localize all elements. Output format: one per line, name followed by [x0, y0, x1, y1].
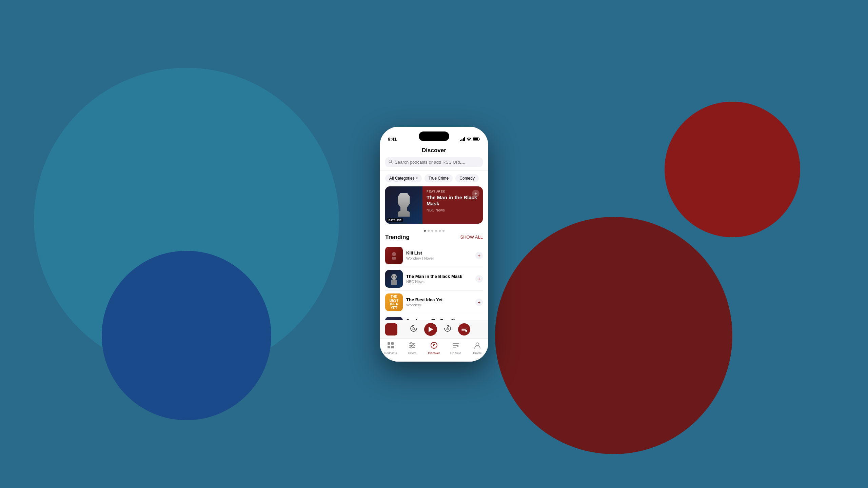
svg-rect-21	[388, 342, 390, 345]
show-all-button[interactable]: SHOW ALL	[460, 235, 483, 240]
podcast-thumbnail	[385, 270, 403, 288]
queue-button[interactable]	[458, 323, 470, 336]
svg-text:30: 30	[446, 328, 449, 330]
podcast-add-button[interactable]: +	[475, 275, 483, 283]
svg-rect-34	[453, 345, 457, 346]
back15-button[interactable]: 15	[410, 325, 417, 334]
candyman-thumb	[385, 317, 403, 320]
upnext-icon	[452, 342, 459, 351]
svg-point-30	[411, 346, 412, 348]
chip-all-categories[interactable]: All Categories ▾	[385, 174, 422, 182]
featured-card[interactable]: DATELINE FEATURED The Man in the Black M…	[385, 186, 483, 224]
podcast-add-button[interactable]: +	[475, 299, 483, 306]
featured-title: The Man in the Black Mask	[427, 195, 479, 207]
dot-6	[442, 230, 445, 232]
signal-bars	[460, 137, 465, 141]
tab-discover[interactable]: Discover	[423, 342, 445, 355]
svg-point-20	[465, 330, 467, 332]
tab-label: Filters	[408, 351, 417, 355]
list-item[interactable]: Kill List Wondery | Novel +	[385, 244, 483, 267]
best-idea-thumb: THE BEST IDEA YET	[385, 293, 403, 311]
main-scroll[interactable]: DATELINE FEATURED The Man in the Black M…	[380, 182, 488, 320]
svg-point-5	[392, 252, 396, 256]
svg-point-28	[411, 342, 412, 344]
mini-player-controls: 15 30	[397, 323, 483, 336]
tab-label: Up Next	[450, 351, 461, 355]
app-header: Discover	[380, 144, 488, 171]
svg-line-4	[391, 162, 392, 163]
featured-source: NBC News	[427, 208, 479, 212]
svg-rect-1	[473, 138, 478, 140]
status-icons	[460, 137, 480, 142]
mini-player-artwork	[385, 323, 397, 336]
svg-text:15: 15	[412, 328, 415, 330]
artwork-badge: DATELINE	[387, 218, 403, 222]
tab-label: Podcasts	[384, 351, 397, 355]
signal-bar-4	[464, 137, 465, 141]
svg-marker-15	[429, 327, 433, 332]
tab-podcasts[interactable]: Podcasts	[380, 342, 401, 355]
tab-label: Discover	[428, 351, 440, 355]
search-input[interactable]	[395, 160, 479, 165]
dot-4	[435, 230, 437, 232]
signal-bar-2	[461, 139, 462, 141]
svg-marker-32	[433, 344, 435, 346]
tab-profile[interactable]: Profile	[467, 342, 488, 355]
mini-player: 15 30	[380, 320, 488, 339]
bg-shape-dark-red	[495, 217, 732, 454]
list-item[interactable]: Candyman: The True Story Behin... CBS Ne…	[385, 314, 483, 320]
app-content: Discover All Categories ▾ True Crime	[380, 144, 488, 362]
podcast-info: The Man in the Black Mask NBC News	[406, 274, 472, 284]
tab-bar: Podcasts Filters	[380, 339, 488, 362]
forward30-button[interactable]: 30	[444, 325, 451, 334]
trending-section: Trending SHOW ALL Kill List	[380, 234, 488, 320]
signal-bar-1	[460, 140, 461, 141]
podcast-subtitle: Wondery | Novel	[406, 256, 472, 260]
chip-true-crime[interactable]: True Crime	[425, 174, 453, 182]
dot-3	[431, 230, 433, 232]
black-mask-thumb	[385, 270, 403, 288]
tab-filters[interactable]: Filters	[401, 342, 423, 355]
search-bar[interactable]	[385, 157, 483, 167]
carousel-dots	[380, 228, 488, 234]
podcast-thumbnail: THE BEST IDEA YET	[385, 293, 403, 311]
status-time: 9:41	[388, 137, 397, 142]
dot-2	[428, 230, 430, 232]
svg-rect-24	[391, 346, 394, 348]
svg-rect-2	[479, 138, 480, 140]
podcast-subtitle: Wondery	[406, 303, 472, 307]
phone-device: 9:41	[380, 127, 488, 362]
tab-label: Profile	[473, 351, 482, 355]
podcast-info: Kill List Wondery | Novel	[406, 250, 472, 260]
play-button[interactable]	[424, 323, 437, 336]
podcast-thumbnail	[385, 247, 403, 264]
chip-comedy[interactable]: Comedy	[455, 174, 479, 182]
list-item[interactable]: THE BEST IDEA YET The Best Idea Yet Wond…	[385, 291, 483, 314]
svg-point-9	[392, 276, 393, 278]
chip-label: All Categories	[389, 176, 415, 181]
thumb-text: THE BEST IDEA YET	[387, 295, 401, 310]
profile-icon	[474, 342, 481, 351]
tab-up-next[interactable]: Up Next	[445, 342, 467, 355]
podcast-info: The Best Idea Yet Wondery	[406, 297, 472, 307]
svg-rect-33	[453, 343, 459, 344]
svg-rect-35	[453, 347, 456, 348]
featured-artwork: DATELINE	[385, 186, 422, 224]
svg-rect-8	[391, 280, 397, 285]
svg-rect-22	[391, 342, 394, 345]
podcast-subtitle: NBC News	[406, 280, 472, 284]
kill-list-thumb	[385, 247, 403, 264]
dot-1	[424, 230, 426, 232]
wifi-icon	[467, 137, 471, 142]
svg-point-10	[395, 276, 396, 278]
list-item[interactable]: The Man in the Black Mask NBC News +	[385, 267, 483, 291]
chevron-down-icon: ▾	[416, 176, 418, 180]
podcasts-icon	[387, 342, 394, 351]
artwork-silhouette	[395, 193, 412, 217]
svg-marker-36	[457, 345, 459, 347]
podcast-add-button[interactable]: +	[475, 252, 483, 259]
featured-add-button[interactable]: +	[472, 190, 479, 197]
svg-rect-23	[388, 346, 390, 348]
battery-icon	[473, 137, 480, 142]
section-title: Trending	[385, 234, 410, 241]
